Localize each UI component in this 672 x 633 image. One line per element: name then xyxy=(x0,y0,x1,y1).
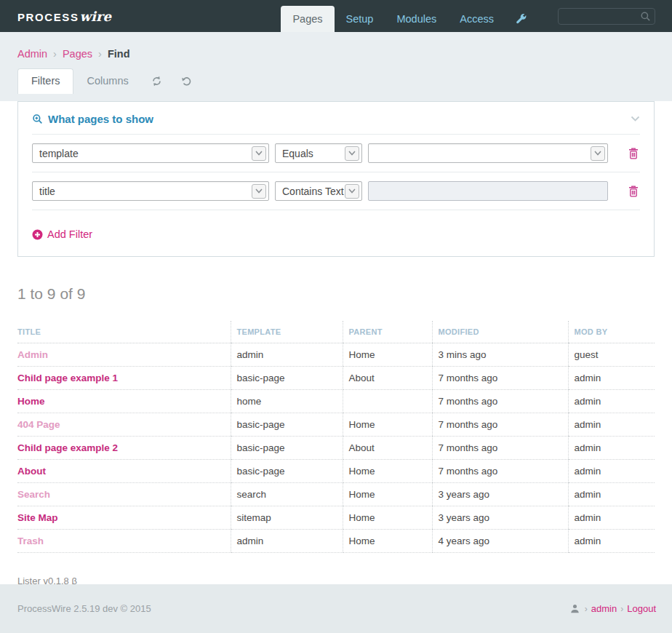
nav-tab-pages[interactable]: Pages xyxy=(281,6,334,32)
breadcrumb: Admin › Pages › Find xyxy=(17,48,655,60)
column-header-modby[interactable]: MOD BY xyxy=(568,321,655,343)
table-row: About basic-page Home 7 months ago admin xyxy=(17,459,655,482)
main-nav: Pages Setup Modules Access xyxy=(281,0,537,32)
breadcrumb-link-admin[interactable]: Admin xyxy=(17,48,47,60)
chevron-down-icon[interactable] xyxy=(252,184,266,199)
page-title-link[interactable]: 404 Page xyxy=(17,419,60,430)
cell-modby: admin xyxy=(568,413,655,436)
cell-modby: admin xyxy=(568,506,655,529)
operator-select-value: Equals xyxy=(282,148,313,159)
filters-panel: What pages to show template Equals title… xyxy=(17,101,655,257)
logo-text-process: PROCESS xyxy=(17,11,79,23)
search-icon[interactable] xyxy=(640,11,651,22)
cell-parent xyxy=(343,389,432,413)
top-navbar: PROCESSwire Pages Setup Modules Access xyxy=(0,0,672,32)
chevron-down-icon[interactable] xyxy=(345,146,359,161)
page-title-link[interactable]: Site Map xyxy=(17,512,58,523)
page-title-link[interactable]: Home xyxy=(17,396,45,407)
cell-modified: 7 months ago xyxy=(432,389,568,413)
cell-modified: 7 months ago xyxy=(432,459,568,482)
footer-user-area: › admin › Logout xyxy=(570,603,656,614)
footer-user-link[interactable]: admin xyxy=(591,603,617,614)
wrench-icon[interactable] xyxy=(505,6,537,32)
chevron-down-icon[interactable] xyxy=(591,146,605,161)
table-row: Home home 7 months ago admin xyxy=(17,389,655,413)
table-row: Trash admin Home 4 years ago admin xyxy=(17,529,655,552)
cell-template: search xyxy=(231,482,343,506)
footer-copyright: ProcessWire 2.5.19 dev © 2015 xyxy=(17,603,151,614)
add-filter-button[interactable]: Add Filter xyxy=(32,228,92,240)
field-select-value: title xyxy=(39,186,55,197)
footer-separator: › xyxy=(585,604,588,614)
cell-modified: 7 months ago xyxy=(432,413,568,436)
field-select[interactable]: template xyxy=(32,143,269,163)
divider xyxy=(32,210,640,210)
cell-parent: About xyxy=(343,436,432,459)
collapse-chevron-icon[interactable] xyxy=(631,116,640,122)
page-title-link[interactable]: Search xyxy=(17,489,50,500)
cell-parent: About xyxy=(343,366,432,389)
header-strip: Admin › Pages › Find Filters Columns xyxy=(0,32,672,101)
results-table-body: Admin admin Home 3 mins ago guest Child … xyxy=(17,343,655,552)
nav-tab-access[interactable]: Access xyxy=(448,6,505,32)
tab-columns[interactable]: Columns xyxy=(73,69,141,93)
cell-modby: guest xyxy=(568,343,655,366)
cell-template: admin xyxy=(231,343,343,366)
cell-parent: Home xyxy=(343,459,432,482)
column-header-title[interactable]: TITLE xyxy=(17,321,231,343)
user-icon xyxy=(570,604,580,613)
table-row: Site Map sitemap Home 3 years ago admin xyxy=(17,506,655,529)
field-select[interactable]: title xyxy=(32,181,269,201)
cell-parent: Home xyxy=(343,482,432,506)
breadcrumb-link-pages[interactable]: Pages xyxy=(63,48,92,60)
cell-modified: 7 months ago xyxy=(432,436,568,459)
cell-modified: 4 years ago xyxy=(432,529,568,552)
processwire-logo[interactable]: PROCESSwire xyxy=(17,9,111,24)
cell-template: home xyxy=(231,389,343,413)
add-filter-label: Add Filter xyxy=(47,228,92,240)
filters-panel-title: What pages to show xyxy=(48,113,153,125)
cell-modby: admin xyxy=(568,482,655,506)
results-header-row: TITLE TEMPLATE PARENT MODIFIED MOD BY xyxy=(17,321,655,343)
chevron-down-icon[interactable] xyxy=(345,184,359,199)
cell-template: basic-page xyxy=(231,366,343,389)
operator-select[interactable]: Equals xyxy=(275,143,362,163)
divider xyxy=(32,172,640,172)
cell-modby: admin xyxy=(568,389,655,413)
operator-select[interactable]: Contains Text xyxy=(275,181,362,201)
page-title-link[interactable]: About xyxy=(17,466,46,477)
page-title-link[interactable]: Admin xyxy=(17,349,48,360)
column-header-parent[interactable]: PARENT xyxy=(343,321,432,343)
page-title-link[interactable]: Child page example 1 xyxy=(17,373,118,383)
cell-parent: Home xyxy=(343,529,432,552)
page-title-link[interactable]: Child page example 2 xyxy=(17,442,118,453)
footer-separator: › xyxy=(620,604,623,614)
tab-filters[interactable]: Filters xyxy=(17,68,73,94)
operator-select-value: Contains Text xyxy=(282,186,344,197)
cell-modby: admin xyxy=(568,366,655,389)
chevron-down-icon[interactable] xyxy=(252,146,266,161)
refresh-icon[interactable] xyxy=(142,69,172,93)
trash-icon[interactable] xyxy=(628,186,639,197)
column-header-modified[interactable]: MODIFIED xyxy=(432,321,568,343)
value-text-input[interactable] xyxy=(368,181,608,201)
cell-modby: admin xyxy=(568,529,655,552)
zoom-in-icon xyxy=(32,114,43,124)
plus-circle-icon xyxy=(32,229,43,240)
logout-link[interactable]: Logout xyxy=(627,603,656,614)
cell-template: basic-page xyxy=(231,413,343,436)
filter-row-template: template Equals xyxy=(32,143,640,163)
column-header-template[interactable]: TEMPLATE xyxy=(231,321,343,343)
value-select[interactable] xyxy=(368,143,608,163)
trash-icon[interactable] xyxy=(628,148,639,159)
page-title-link[interactable]: Trash xyxy=(17,536,44,546)
breadcrumb-separator: › xyxy=(98,48,102,60)
page-footer: ProcessWire 2.5.19 dev © 2015 › admin › … xyxy=(0,584,672,633)
reset-undo-icon[interactable] xyxy=(172,69,201,93)
breadcrumb-current: Find xyxy=(108,48,130,60)
table-row: Child page example 2 basic-page About 7 … xyxy=(17,436,655,459)
nav-tab-setup[interactable]: Setup xyxy=(335,6,385,32)
filters-panel-header[interactable]: What pages to show xyxy=(32,113,640,125)
nav-tab-modules[interactable]: Modules xyxy=(385,6,448,32)
cell-template: sitemap xyxy=(231,506,343,529)
